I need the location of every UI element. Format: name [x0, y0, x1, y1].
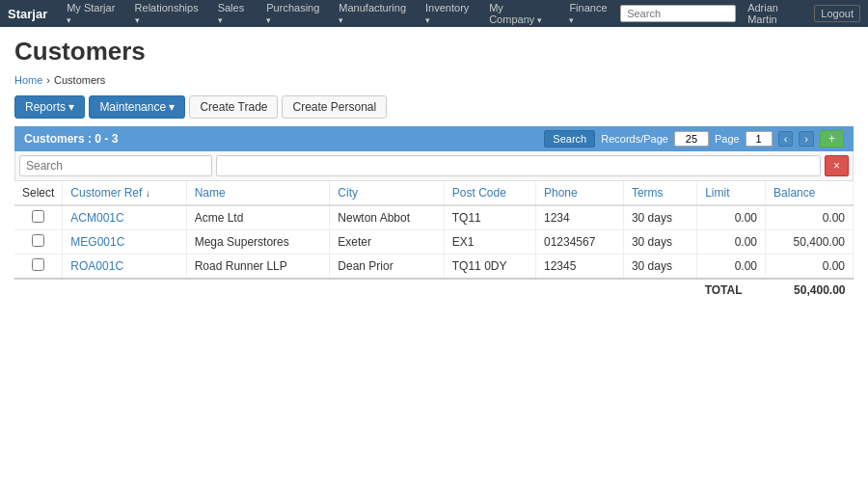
row-limit: 0.00 [697, 254, 766, 280]
table-row: ROA001C Road Runner LLP Dean Prior TQ11 … [14, 254, 854, 280]
row-city: Newton Abbot [330, 205, 444, 230]
total-empty-select [14, 279, 63, 301]
table-row: ACM001C Acme Ltd Newton Abbot TQ11 1234 … [14, 205, 854, 230]
breadcrumb-separator: › [46, 74, 50, 86]
row-limit: 0.00 [697, 230, 766, 254]
sort-arrow-icon: ↓ [146, 188, 150, 199]
total-label: TOTAL [697, 279, 766, 301]
row-name: Mega Superstores [186, 230, 330, 254]
breadcrumb-home[interactable]: Home [14, 74, 42, 86]
th-post-code[interactable]: Post Code [444, 181, 535, 205]
page-title: Customers [14, 37, 854, 67]
row-post-code: TQ11 [444, 205, 535, 230]
row-balance: 0.00 [766, 205, 854, 230]
customer-ref-link[interactable]: ACM001C [70, 211, 123, 225]
row-city: Dean Prior [330, 254, 444, 280]
row-terms: 30 days [623, 230, 696, 254]
nav-relationships[interactable]: Relationships [127, 0, 206, 27]
prev-page-button[interactable]: ‹ [778, 131, 794, 147]
total-empty-terms [623, 279, 696, 301]
top-navigation: Starjar My Starjar Relationships Sales P… [0, 0, 868, 27]
info-bar: Customers : 0 - 3 Search Records/Page Pa… [14, 126, 854, 151]
row-city: Exeter [330, 230, 444, 254]
total-empty-name [186, 279, 330, 301]
nav-sales[interactable]: Sales [210, 0, 256, 27]
page-number-input[interactable] [746, 131, 773, 147]
th-name[interactable]: Name [186, 181, 330, 205]
customer-ref-link[interactable]: ROA001C [70, 259, 123, 273]
row-checkbox[interactable] [32, 210, 44, 223]
row-customer-ref: MEG001C [63, 230, 186, 254]
nav-my-company[interactable]: My Company [481, 0, 557, 27]
customer-ref-link[interactable]: MEG001C [70, 235, 124, 249]
th-select: Select [14, 181, 63, 205]
records-per-page-label: Records/Page [601, 133, 668, 145]
row-balance: 0.00 [766, 254, 854, 280]
total-empty-ref [63, 279, 186, 301]
toolbar: Reports ▾ Maintenance ▾ Create Trade Cre… [14, 95, 854, 119]
nav-my-starjar[interactable]: My Starjar [59, 0, 122, 27]
table-header-row: Select Customer Ref ↓ Name City Post Cod… [14, 181, 854, 205]
row-checkbox-cell[interactable] [14, 254, 63, 280]
th-limit[interactable]: Limit [697, 181, 766, 205]
next-page-button[interactable]: › [799, 131, 814, 147]
row-checkbox-cell[interactable] [14, 230, 63, 254]
row-post-code: TQ11 0DY [444, 254, 535, 280]
row-name: Acme Ltd [186, 205, 330, 230]
customers-table: Select Customer Ref ↓ Name City Post Cod… [14, 181, 854, 301]
table-footer: TOTAL 50,400.00 [14, 279, 854, 301]
total-empty-city [330, 279, 444, 301]
breadcrumb-customers: Customers [54, 74, 105, 86]
create-personal-button[interactable]: Create Personal [282, 95, 387, 119]
th-city[interactable]: City [330, 181, 444, 205]
maintenance-button[interactable]: Maintenance ▾ [89, 95, 185, 119]
nav-search-wrap [620, 5, 736, 22]
table-row: MEG001C Mega Superstores Exeter EX1 0123… [14, 230, 854, 254]
row-phone: 12345 [535, 254, 623, 280]
filter-input[interactable] [216, 155, 821, 176]
create-trade-button[interactable]: Create Trade [189, 95, 278, 119]
breadcrumb: Home › Customers [14, 74, 854, 86]
add-record-button[interactable]: + [820, 130, 844, 147]
search-button[interactable]: Search [544, 130, 595, 147]
th-terms[interactable]: Terms [623, 181, 696, 205]
row-checkbox[interactable] [32, 234, 44, 247]
brand-logo[interactable]: Starjar [8, 7, 47, 21]
nav-finance[interactable]: Finance [561, 0, 616, 27]
row-terms: 30 days [623, 254, 696, 280]
row-checkbox[interactable] [32, 258, 44, 271]
th-customer-ref[interactable]: Customer Ref ↓ [63, 181, 186, 205]
row-customer-ref: ROA001C [63, 254, 186, 280]
total-row: TOTAL 50,400.00 [14, 279, 854, 301]
total-empty-phone [535, 279, 623, 301]
pagination-controls: Search Records/Page Page ‹ › + [544, 130, 844, 147]
page-label: Page [715, 133, 740, 145]
search-input[interactable] [19, 155, 212, 176]
row-limit: 0.00 [697, 205, 766, 230]
reports-button[interactable]: Reports ▾ [14, 95, 85, 119]
row-terms: 30 days [623, 205, 696, 230]
th-balance[interactable]: Balance [766, 181, 854, 205]
th-phone[interactable]: Phone [535, 181, 623, 205]
total-balance: 50,400.00 [766, 279, 854, 301]
clear-search-button[interactable]: × [825, 155, 849, 176]
nav-purchasing[interactable]: Purchasing [258, 0, 327, 27]
nav-manufacturing[interactable]: Manufacturing [331, 0, 414, 27]
row-phone: 1234 [535, 205, 623, 230]
logout-button[interactable]: Logout [814, 5, 860, 22]
row-name: Road Runner LLP [186, 254, 330, 280]
table-header: Select Customer Ref ↓ Name City Post Cod… [14, 181, 854, 205]
search-bar: × [14, 151, 854, 181]
page-content: Customers Home › Customers Reports ▾ Mai… [0, 27, 868, 482]
nav-inventory[interactable]: Inventory [418, 0, 477, 27]
total-empty-postcode [444, 279, 535, 301]
row-post-code: EX1 [444, 230, 535, 254]
nav-search-input[interactable] [620, 5, 736, 22]
row-checkbox-cell[interactable] [14, 205, 63, 230]
row-phone: 01234567 [535, 230, 623, 254]
user-name: Adrian Martin [747, 2, 802, 25]
records-count: Customers : 0 - 3 [24, 132, 118, 146]
table-body: ACM001C Acme Ltd Newton Abbot TQ11 1234 … [14, 205, 854, 279]
records-per-page-input[interactable] [674, 131, 709, 147]
row-customer-ref: ACM001C [63, 205, 186, 230]
